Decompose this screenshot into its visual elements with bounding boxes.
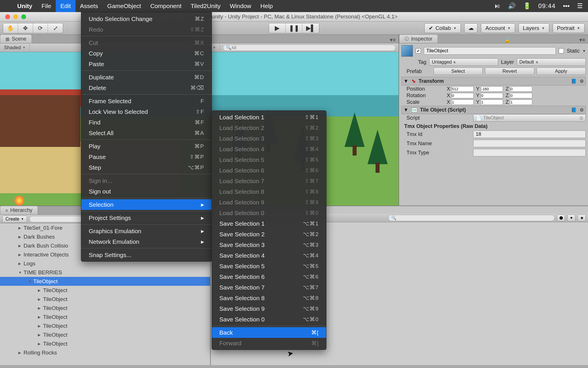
transform-z-input[interactable]: [510, 93, 532, 98]
foldout-icon[interactable]: ▶: [38, 288, 42, 292]
edit-menu-item[interactable]: Sign out: [81, 186, 212, 197]
scene-tab-options-icon[interactable]: ▾≡: [387, 37, 399, 43]
edit-menu-item[interactable]: Undo Selection Change⌘Z: [81, 14, 212, 24]
edit-menu-item[interactable]: Pause⇧⌘P: [81, 152, 212, 162]
hierarchy-item[interactable]: ▶TileObject: [0, 286, 210, 295]
inspector-lock-icon[interactable]: 🔒: [502, 38, 512, 43]
transform-y-input[interactable]: [481, 86, 503, 92]
edit-menu-item[interactable]: Project Settings▶: [81, 212, 212, 223]
foldout-icon[interactable]: ▶: [38, 324, 42, 328]
selection-menu-item[interactable]: Save Selection 5⌥⌘5: [212, 261, 326, 271]
selection-menu-item[interactable]: Save Selection 9⌥⌘9: [212, 303, 326, 314]
tmx-prop-input[interactable]: [473, 149, 586, 156]
app-name[interactable]: Unity: [13, 3, 37, 9]
selection-menu-item[interactable]: Save Selection 8⌥⌘8: [212, 293, 326, 303]
hierarchy-tab[interactable]: ≡ Hierarchy: [0, 206, 38, 214]
hierarchy-create-dropdown[interactable]: Create▼: [2, 216, 27, 223]
script-object-field[interactable]: 📄 TileObject ⊙: [473, 114, 586, 122]
edit-menu-item[interactable]: Graphics Emulation▶: [81, 226, 212, 236]
menu-window[interactable]: Window: [225, 0, 256, 12]
pause-button-icon[interactable]: ❚❚: [286, 23, 302, 33]
gear-icon[interactable]: ⚙: [580, 78, 584, 84]
gameobject-active-checkbox[interactable]: ✔: [416, 48, 421, 53]
menu-gameobject[interactable]: GameObject: [103, 0, 146, 12]
edit-menu-item[interactable]: Step⌥⌘P: [81, 162, 212, 173]
collab-dropdown[interactable]: ✔ Collab ▼: [424, 23, 461, 33]
help-icon[interactable]: 📘: [571, 78, 577, 84]
selection-menu-item[interactable]: Save Selection 2⌥⌘2: [212, 229, 326, 239]
hierarchy-item[interactable]: ▶TileObject: [0, 304, 210, 313]
foldout-icon[interactable]: ▶: [38, 315, 42, 319]
scale-tool-icon[interactable]: ⤢: [48, 23, 63, 33]
foldout-icon[interactable]: ▶: [38, 306, 42, 310]
edit-menu-item[interactable]: Snap Settings...: [81, 250, 212, 260]
hierarchy-item[interactable]: ▶TileObject: [0, 330, 210, 339]
edit-menu-item[interactable]: Duplicate⌘D: [81, 72, 212, 83]
edit-menu-item[interactable]: Network Emulation▶: [81, 236, 212, 247]
chevron-down-icon[interactable]: ▼: [583, 49, 586, 53]
hierarchy-item[interactable]: ▶TileObject: [0, 321, 210, 330]
selection-menu-item[interactable]: Back⌘[: [212, 327, 326, 338]
selection-menu-item[interactable]: Save Selection 1⌥⌘1: [212, 218, 326, 229]
transform-z-input[interactable]: [510, 99, 532, 105]
foldout-icon[interactable]: ▼: [28, 279, 32, 283]
prefab-revert-button[interactable]: Revert: [485, 68, 534, 75]
hierarchy-item[interactable]: ▼TileObject: [0, 277, 210, 286]
transform-x-input[interactable]: [451, 99, 474, 105]
tmx-prop-input[interactable]: [473, 131, 586, 138]
filter-by-type-icon[interactable]: ⬣: [557, 214, 565, 221]
inspector-tab[interactable]: ⓘ Inspector: [399, 34, 438, 43]
transform-x-input[interactable]: [451, 86, 474, 92]
scene-search-input[interactable]: 🔍 All: [223, 45, 396, 51]
hierarchy-item[interactable]: ▼TIME BERRIES: [0, 268, 210, 277]
foldout-icon[interactable]: ▶: [18, 262, 22, 266]
rotate-tool-icon[interactable]: ⟳: [33, 23, 48, 33]
close-window-button[interactable]: [5, 14, 10, 19]
transform-z-input[interactable]: [510, 86, 532, 92]
minimize-window-button[interactable]: [13, 14, 18, 19]
foldout-icon[interactable]: ▶: [18, 253, 22, 257]
menu-help[interactable]: Help: [256, 0, 277, 12]
overflow-icon[interactable]: •••: [563, 2, 570, 10]
battery-icon[interactable]: 🔋: [523, 2, 531, 10]
filter-by-label-icon[interactable]: ✦: [567, 214, 575, 221]
gear-icon[interactable]: ⚙: [580, 107, 584, 113]
layer-dropdown[interactable]: Default⇅: [517, 58, 586, 66]
selection-menu-item[interactable]: Load Selection 1⇧⌘1: [212, 112, 326, 122]
foldout-icon[interactable]: ▶: [38, 333, 42, 337]
prefab-select-button[interactable]: Select: [434, 68, 483, 75]
edit-menu-item[interactable]: Copy⌘C: [81, 48, 212, 59]
hierarchy-item[interactable]: ▶TileObject: [0, 295, 210, 304]
hand-tool-icon[interactable]: ✋: [3, 23, 18, 33]
zoom-window-button[interactable]: [21, 14, 26, 19]
foldout-icon[interactable]: ▶: [18, 351, 22, 355]
edit-menu-item[interactable]: Select All⌘A: [81, 128, 212, 138]
volume-icon[interactable]: 🔊: [508, 2, 516, 10]
gameobject-name-input[interactable]: [424, 47, 556, 55]
transform-y-input[interactable]: [481, 99, 503, 105]
foldout-icon[interactable]: ▶: [18, 226, 22, 230]
menu-component[interactable]: Component: [146, 0, 186, 12]
edit-menu-item[interactable]: Lock View to Selected⇧F: [81, 106, 212, 117]
play-button-icon[interactable]: ▶: [269, 23, 286, 33]
hierarchy-item[interactable]: ▶Rolling Rocks: [0, 348, 210, 357]
menu-file[interactable]: File: [37, 0, 56, 12]
tmx-prop-input[interactable]: [473, 140, 586, 147]
selection-menu-item[interactable]: Save Selection 6⌥⌘6: [212, 271, 326, 282]
edit-menu-item[interactable]: Frame SelectedF: [81, 96, 212, 106]
save-search-icon[interactable]: ★: [578, 214, 586, 221]
tag-dropdown[interactable]: Untagged⇅: [429, 58, 498, 66]
edit-menu-item[interactable]: Selection▶: [81, 199, 212, 210]
hierarchy-item[interactable]: ▶TileObject: [0, 313, 210, 321]
scene-tab[interactable]: ▦ Scene: [0, 34, 32, 43]
hierarchy-item[interactable]: ▶TileObject: [0, 339, 210, 348]
inspector-options-icon[interactable]: ▾≡: [577, 37, 588, 43]
selection-menu-item[interactable]: Save Selection 4⌥⌘4: [212, 250, 326, 261]
foldout-icon[interactable]: ▶: [18, 235, 22, 239]
transform-x-input[interactable]: [451, 93, 474, 98]
foldout-icon[interactable]: ▼: [18, 271, 22, 275]
move-tool-icon[interactable]: ✥: [18, 23, 33, 33]
selection-menu-item[interactable]: Save Selection 7⌥⌘7: [212, 282, 326, 293]
menu-assets[interactable]: Assets: [76, 0, 103, 12]
gameobject-cube-icon[interactable]: [401, 45, 413, 57]
